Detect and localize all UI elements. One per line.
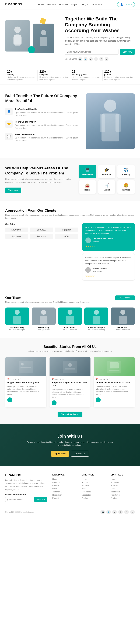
footer-link[interactable]: Negotiation [52,494,76,496]
footer-link[interactable]: About Us [82,481,105,483]
youtube-icon[interactable]: ▶ [89,57,93,61]
footer-link[interactable]: Product [111,497,135,499]
footer-link[interactable]: Testimonial [52,491,76,493]
market-name: Market [100,189,114,191]
team-member-3-image [58,308,82,325]
stat-company: 220+ company Ut pharetra, dictum posuere… [38,70,70,81]
testimonial-1-stars: ★★★★★ [85,245,131,248]
blog-post-2-date: 📅 June 14, 2017 [52,378,89,380]
service-education[interactable]: 🎓 Education [98,165,115,178]
team-member-2-name: Kang Kassip [32,326,56,328]
footer-link[interactable]: Product [82,497,105,499]
stat-country-label: country [7,74,36,76]
footer-link[interactable]: Portfolio [52,484,76,486]
footer-link[interactable]: Portfolio [111,484,135,486]
footer-facebook-icon[interactable]: f [118,510,123,514]
hero-channel: Our Channel 📷 🐦 ▶ f P in [65,57,135,61]
build-left: Build Together The Future Of Company Mor… [5,94,80,146]
footer-email-input[interactable] [5,497,33,502]
svg-rect-14 [66,316,74,324]
blog-title: Beautiful Stories From All Of Us [5,345,135,349]
svg-point-23 [68,363,72,367]
blog-post-2: 📅 June 14, 2017 Suspendis vel gestas arc… [50,357,91,408]
team-member-4-role: As Lead of Marketing [84,329,108,331]
footer-link[interactable]: Price [111,488,135,490]
team-member-2: Kang Kassip As Copy Writer [32,308,56,331]
service-technology[interactable]: 🖥️ Technology [79,165,96,178]
footer-link[interactable]: Negotiation [111,494,135,496]
view-all-team-button[interactable]: View All Team → [115,296,135,300]
email-input[interactable] [65,49,118,55]
stat-country: 20+ country Ut pharetra, dictum posuere … [5,70,38,81]
footer-link[interactable]: Price [82,488,105,490]
subscribe-button[interactable]: Subscribe [34,497,47,502]
nav-pages[interactable]: Pages ▾ [71,3,79,6]
blog-post-1-more-button[interactable]: → [7,398,12,402]
footer-instagram-icon[interactable]: 📷 [100,510,105,514]
footer-youtube-icon[interactable]: ▶ [112,510,117,514]
feature-consultation-content: Best Consultation Eget pretium sem eleme… [15,133,80,142]
blog-post-3-more-button[interactable]: → [96,398,101,402]
footer-col-2-title: LINK PAGE [82,474,105,476]
footer-link[interactable]: About Us [52,481,76,483]
footer-pinterest-icon[interactable]: P [124,510,129,514]
team-member-1-role: As Graphic Designer [5,329,29,331]
svg-rect-16 [93,316,100,324]
footer-link[interactable]: About Us [111,481,135,483]
footer-link[interactable]: Negotiation [82,494,105,496]
technology-icon: 🖥️ [80,168,94,172]
testimonial-2-text: Gravida id scelerisque tincidunt aliquam… [85,256,132,266]
join-title: Join With Us [5,434,135,439]
calendar-icon: 📅 [7,378,10,380]
footer-link[interactable]: Testimonial [82,491,105,493]
testimonials-column: Gravida id scelerisque tincidunt aliquam… [82,223,135,280]
client-logo-4: logoipsum [5,234,28,239]
service-traveling[interactable]: ✈️ Traveling [117,165,135,178]
service-fastfood[interactable]: 🍔 Fastfood [117,180,135,194]
footer-twitter-icon[interactable]: 🐦 [106,510,111,514]
instagram-icon[interactable]: 📷 [78,57,82,61]
footer-link[interactable]: Price [52,488,76,490]
blog-post-1-content: 📅 June 14, 2017 Happy To Use The Best Ag… [5,376,46,404]
nav-home[interactable]: Home [38,3,44,6]
pinterest-icon[interactable]: P [99,57,103,61]
appreciation-title: Appreciation From Our Clients [5,208,135,212]
footer-link[interactable]: Home [82,478,105,480]
view-all-stories-button[interactable]: View All Stories → [58,412,82,417]
apply-now-button[interactable]: Apply Now [51,451,69,457]
nav-contact[interactable]: Contact Us [91,3,102,6]
footer-linkedin-icon[interactable]: in [130,510,135,514]
education-name: Education [100,174,114,176]
contact-us-button[interactable]: Contact Us [71,451,89,457]
service-market[interactable]: 🛒 Market [98,180,115,194]
team-header: Our Team View All Team → [5,296,135,300]
linkedin-icon[interactable]: in [105,57,108,61]
blog-post-2-more-button[interactable]: → [52,400,57,405]
footer-link[interactable]: Portfolio [82,484,105,486]
footer-link[interactable]: Product [52,497,76,499]
blog-post-3-title: Praim massa sem tempor eu lacus... [96,381,133,384]
contact-button[interactable]: 👤 Contact [117,2,135,7]
author-2-name: Rosalie Cooper [93,267,107,270]
blog-post-3-text: Lorem ipsum dolor sit amet, consectetur … [96,385,133,396]
nav-blog[interactable]: Blog ▾ [82,3,88,6]
testimonial-2-stars: ★★★★★ [85,274,132,278]
start-now-button[interactable]: Start Now [120,49,135,55]
get-info-label: Get New Information [5,494,47,496]
nav-about[interactable]: About Us [47,3,56,6]
nav-logo[interactable]: BRANDOS [5,2,22,6]
footer-link[interactable]: Home [111,478,135,480]
fastfood-icon: 🍔 [119,183,133,188]
twitter-icon[interactable]: 🐦 [84,57,87,61]
svg-rect-27 [109,370,119,371]
view-more-button[interactable]: View More [5,188,21,193]
service-hotels[interactable]: 🏨 Hotels [79,180,96,194]
svg-point-15 [94,310,99,315]
footer-link[interactable]: Home [52,478,76,480]
hero-content: Together We Build The Company Branding A… [65,16,135,61]
fastfood-name: Fastfood [119,189,133,191]
join-desc: Gravida id scelerisque tincidunt aliquam… [26,441,114,447]
facebook-icon[interactable]: f [94,57,98,61]
nav-portfolio[interactable]: Portfolio [59,3,68,6]
footer-link[interactable]: Testimonial [111,491,135,493]
